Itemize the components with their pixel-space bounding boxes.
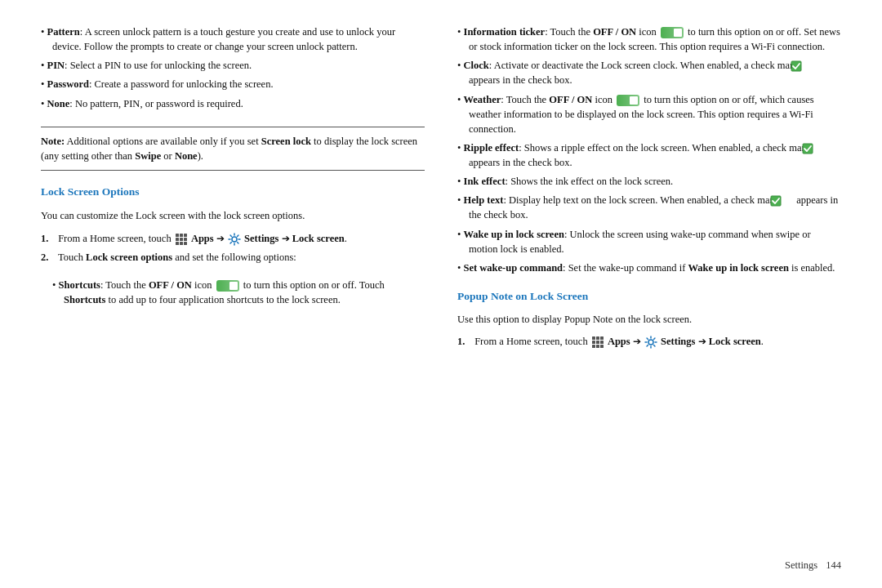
ripple-check-icon <box>813 143 825 154</box>
bullet-help: Help text: Display help text on the lock… <box>457 193 841 222</box>
left-steps: 1. From a Home screen, touch <box>41 231 425 270</box>
weather-toggle-icon <box>617 95 639 106</box>
svg-rect-20 <box>596 345 599 348</box>
lock-screen-intro: You can customize the Lock screen with t… <box>41 208 425 223</box>
columns: Pattern: A screen unlock pattern is a to… <box>41 24 841 551</box>
popup-arrow-1a: ➔ <box>633 336 641 347</box>
popup-apps-grid-icon <box>591 336 604 349</box>
popup-note-heading: Popup Note on Lock Screen <box>457 290 841 303</box>
bullet-info-ticker: Information ticker: Touch the OFF / ON i… <box>457 24 841 54</box>
svg-rect-0 <box>176 234 179 237</box>
svg-rect-7 <box>180 242 183 245</box>
right-bullets: Information ticker: Touch the OFF / ON i… <box>457 24 841 279</box>
svg-rect-16 <box>592 341 595 344</box>
left-column: Pattern: A screen unlock pattern is a to… <box>41 24 425 551</box>
footer: Settings 144 <box>41 551 841 572</box>
help-check-icon <box>782 195 793 207</box>
bullet-none: None: No pattern, PIN, or password is re… <box>41 96 425 111</box>
lock-screen-options-heading: Lock Screen Options <box>41 185 425 198</box>
note-box: Note: Additional options are available o… <box>41 127 425 171</box>
settings-gear-icon-1 <box>228 233 241 246</box>
popup-step-num-1: 1. <box>457 334 472 349</box>
svg-rect-18 <box>600 341 604 344</box>
svg-rect-17 <box>596 341 599 344</box>
bullet-weather: Weather: Touch the OFF / ON icon to turn… <box>457 92 841 136</box>
bullet-wakeup-command: Set wake-up command: Set the wake-up com… <box>457 261 841 275</box>
step-num-2: 2. <box>41 250 56 265</box>
apps-label-1: Apps <box>191 233 214 244</box>
svg-rect-3 <box>176 238 179 241</box>
bullet-pattern: Pattern: A screen unlock pattern is a to… <box>41 24 425 54</box>
clock-check-icon <box>802 60 813 72</box>
settings-label-1: Settings <box>244 233 278 244</box>
popup-lock-screen-label: Lock screen <box>709 336 761 347</box>
sub-bullet-shortcuts: Shortcuts: Touch the OFF / ON icon to tu… <box>52 278 425 307</box>
popup-settings-label: Settings <box>661 336 695 347</box>
svg-rect-8 <box>184 242 187 245</box>
footer-page: 144 <box>826 559 841 572</box>
svg-rect-21 <box>600 345 604 348</box>
popup-settings-gear-icon <box>644 336 657 349</box>
svg-rect-15 <box>600 336 604 340</box>
bullet-wakeup-lock: Wake up in lock screen: Unlock the scree… <box>457 227 841 256</box>
popup-step-1: 1. From a Home screen, touch <box>457 334 841 349</box>
popup-apps-label: Apps <box>608 336 630 347</box>
arrow-1b: ➔ <box>282 233 290 244</box>
sub-bullets: Shortcuts: Touch the OFF / ON icon to tu… <box>41 278 425 310</box>
apps-grid-icon <box>175 233 188 246</box>
bullet-ink: Ink effect: Shows the ink effect on the … <box>457 174 841 189</box>
arrow-1a: ➔ <box>216 233 225 244</box>
svg-rect-13 <box>592 336 595 340</box>
left-step-2: 2. Touch Lock screen options and set the… <box>41 250 425 265</box>
right-column: Information ticker: Touch the OFF / ON i… <box>457 24 841 551</box>
svg-rect-5 <box>184 238 187 241</box>
svg-rect-14 <box>596 336 599 340</box>
bullet-ripple: Ripple effect: Shows a ripple effect on … <box>457 140 841 170</box>
footer-label: Settings <box>785 559 817 572</box>
svg-point-22 <box>648 340 653 345</box>
shortcuts-toggle-icon <box>216 280 239 292</box>
step-num-1: 1. <box>41 231 56 246</box>
svg-rect-19 <box>592 345 595 348</box>
page: Pattern: A screen unlock pattern is a to… <box>0 0 882 588</box>
left-step-1: 1. From a Home screen, touch <box>41 231 425 246</box>
svg-rect-4 <box>180 238 183 241</box>
bullet-password: Password: Create a password for unlockin… <box>41 77 425 91</box>
popup-intro: Use this option to display Popup Note on… <box>457 312 841 327</box>
popup-steps: 1. From a Home screen, touch <box>457 334 841 353</box>
info-ticker-toggle-icon <box>661 27 684 38</box>
svg-rect-1 <box>180 234 183 237</box>
svg-rect-2 <box>184 234 187 237</box>
initial-bullets: Pattern: A screen unlock pattern is a to… <box>41 24 425 115</box>
note-text: Note: Additional options are available o… <box>41 136 417 162</box>
lock-screen-label-1: Lock screen <box>292 233 345 244</box>
bullet-pin: PIN: Select a PIN to use for unlocking t… <box>41 58 425 73</box>
svg-point-9 <box>232 237 237 242</box>
popup-arrow-1b: ➔ <box>698 336 706 347</box>
bullet-clock: Clock: Activate or deactivate the Lock s… <box>457 58 841 87</box>
svg-rect-6 <box>176 242 179 245</box>
